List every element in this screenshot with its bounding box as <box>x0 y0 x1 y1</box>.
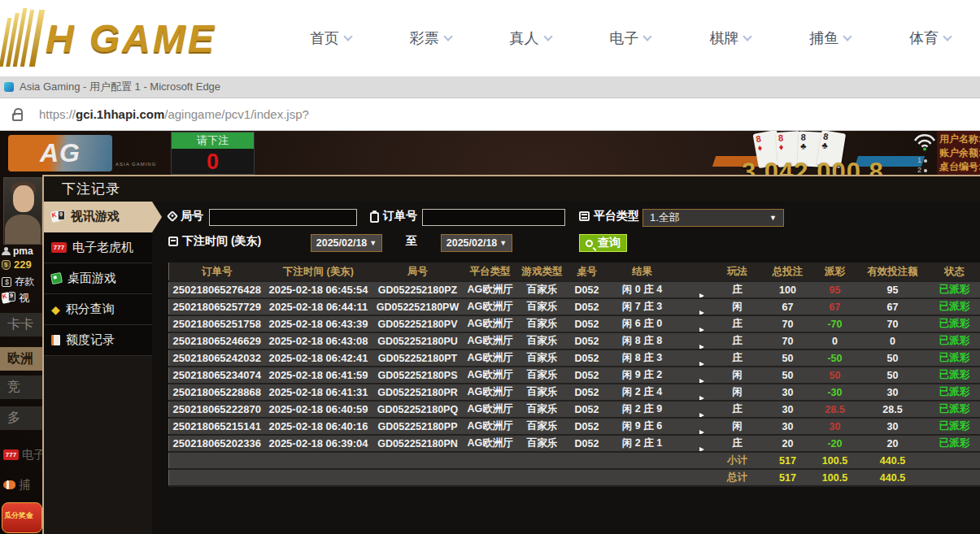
bet-table-head: 订单号 下注时间 (美东) 局号 平台类型 游戏类型 桌号 结果 玩法 总 <box>169 263 980 281</box>
nav-item-sports[interactable]: 体育 <box>909 28 951 48</box>
nav-item-slots[interactable]: 电子 <box>609 28 651 48</box>
cell-table-no: D052 <box>568 401 607 418</box>
cell-payout: 30 <box>812 418 859 435</box>
bet-countdown-box: 请下注 0 <box>171 132 255 175</box>
table-row: 250218065202336 2025-02-18 06:39:04 GD05… <box>169 435 980 452</box>
lobby-menu-item-active[interactable]: 欧洲 <box>0 347 42 371</box>
date-to-value: 2025/02/18 <box>446 237 498 249</box>
sidebar-item-table-games[interactable]: 桌面游戏 <box>44 263 152 294</box>
chevron-down-icon <box>343 32 352 41</box>
cell-order: 250218065242032 <box>169 349 265 367</box>
lobby-menu-item[interactable]: 竞 <box>0 376 42 399</box>
cell-table-no: D052 <box>568 367 607 384</box>
cell-payout: 50 <box>812 367 859 384</box>
lobby-menu-item-fishing[interactable]: 捕 <box>0 473 42 497</box>
cell-time: 2025-02-18 06:40:59 <box>265 401 372 418</box>
order-no-input[interactable] <box>422 209 565 226</box>
url-scheme: https:// <box>39 107 76 121</box>
cell-order: 250218065246629 <box>169 332 265 349</box>
clipboard-icon <box>370 212 379 223</box>
cell-replay <box>678 315 711 332</box>
nav-item-lottery[interactable]: 彩票 <box>410 28 451 48</box>
sidebar-item-label: 额度记录 <box>66 332 115 348</box>
cell-payout: -20 <box>812 435 859 452</box>
cell-order: 250218065215141 <box>169 418 265 435</box>
deposit-button[interactable]: 存款 <box>2 275 44 289</box>
cell-table-no: D052 <box>568 315 607 332</box>
cell-play-type: 庄 <box>711 281 764 298</box>
cell-round: GD052252180PQ <box>372 401 464 418</box>
cell-round: GD052252180PV <box>372 315 464 332</box>
avatar[interactable] <box>3 177 42 245</box>
cell-round: GD052252180PU <box>372 332 464 349</box>
slots-777-icon <box>3 449 19 460</box>
sidebar-item-points[interactable]: ◆ 积分查询 <box>44 294 152 325</box>
col-platform: 平台类型 <box>464 263 517 281</box>
lobby-menu-item[interactable]: 卡卡 <box>0 313 42 336</box>
table-info-panel: 用户名称: 账户余额: 桌台编号: <box>937 131 980 175</box>
lobby-menu-item[interactable]: 多 <box>0 406 42 430</box>
deposit-label: 存款 <box>15 275 34 289</box>
cell-time: 2025-02-18 06:44:11 <box>265 298 372 315</box>
cell-time: 2025-02-18 06:39:04 <box>265 435 372 452</box>
search-button[interactable]: 查询 <box>579 234 627 252</box>
cell-time: 2025-02-18 06:41:31 <box>265 384 372 401</box>
platform-select[interactable]: 1.全部 ▼ <box>642 209 784 227</box>
col-table-no: 桌号 <box>568 263 607 281</box>
promo-banner[interactable]: 瓜分奖金 <box>2 502 42 533</box>
col-total-bet: 总投注 <box>764 263 812 281</box>
cell-replay <box>678 384 711 401</box>
cell-play-type: 庄 <box>711 315 764 332</box>
cell-result: 闲 2 庄 4 <box>607 384 678 401</box>
main-nav: 首页 彩票 真人 电子 棋牌 捕鱼 体育 <box>281 0 980 76</box>
site-logo: H GAME <box>0 3 268 73</box>
cards-icon: K9 <box>2 292 15 305</box>
sidebar-item-video-games[interactable]: K9 视讯游戏 <box>44 202 152 232</box>
cell-result: 闲 2 庄 9 <box>607 401 678 418</box>
clownfish-icon <box>3 480 15 489</box>
sidebar-item-slots[interactable]: 电子老虎机 <box>44 232 152 263</box>
cell-total-bet: 70 <box>764 315 812 332</box>
cell-game-type: 百家乐 <box>517 384 568 401</box>
calendar-icon <box>168 237 178 246</box>
cell-result: 闲 8 庄 8 <box>607 332 678 349</box>
nav-item-fishing[interactable]: 捕鱼 <box>809 28 851 48</box>
deposit-icon <box>2 277 11 287</box>
lobby-menu-item-slots[interactable]: 电子 <box>0 443 42 467</box>
search-button-label: 查询 <box>598 236 621 250</box>
filter-row-2: 下注时间 (美东) 2025/02/18 ▼ 至 2025/02/18 ▼ <box>152 234 980 254</box>
cell-status: 已派彩 <box>927 418 980 435</box>
nav-item-live[interactable]: 真人 <box>510 28 551 48</box>
cell-game-type: 百家乐 <box>517 349 568 367</box>
total-label: 总计 <box>711 469 764 486</box>
cell-order: 250218065257729 <box>169 298 265 315</box>
browser-titlebar: Asia Gaming - 用户配置 1 - Microsoft Edge <box>0 76 980 98</box>
round-no-input[interactable] <box>209 209 357 226</box>
cell-table-no: D052 <box>568 332 607 349</box>
col-play-type: 玩法 <box>711 263 764 281</box>
date-to-select[interactable]: 2025/02/18 ▼ <box>441 234 512 252</box>
bet-prompt: 请下注 <box>172 132 254 149</box>
address-bar[interactable]: https://gci.1hhapi.com/agingame/pcv1/ind… <box>0 98 980 131</box>
cell-total-bet: 100 <box>764 281 812 298</box>
col-round: 局号 <box>372 263 464 281</box>
subtotal-payout: 100.5 <box>812 452 859 469</box>
round-no-label: 局号 <box>181 209 203 224</box>
cell-replay <box>678 418 711 435</box>
subtotal-valid: 440.5 <box>859 452 927 469</box>
lock-icon[interactable] <box>12 113 23 121</box>
cell-payout: -30 <box>812 384 859 401</box>
nav-item-home[interactable]: 首页 <box>310 28 351 48</box>
cell-valid-bet: 30 <box>859 418 927 435</box>
order-no-label: 订单号 <box>383 209 417 224</box>
date-from-select[interactable]: 2025/02/18 ▼ <box>311 234 382 252</box>
video-games-tab[interactable]: K9 视 <box>2 291 44 306</box>
cell-result: 闲 8 庄 3 <box>607 349 678 367</box>
cell-total-bet: 50 <box>764 349 812 367</box>
username-text: pma <box>13 245 33 257</box>
sidebar-item-credit-records[interactable]: 额度记录 <box>44 325 152 356</box>
col-result: 结果 <box>607 263 678 281</box>
nav-item-board[interactable]: 棋牌 <box>709 28 751 48</box>
cell-platform: AG欧洲厅 <box>464 315 517 332</box>
money-bag-icon <box>2 260 11 270</box>
